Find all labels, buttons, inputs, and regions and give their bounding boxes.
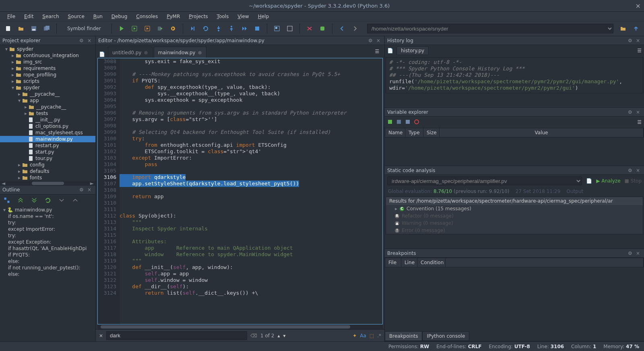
sca-file-icon[interactable]: 📄 [586,178,592,184]
tree-folder[interactable]: ▸img_src [0,59,95,65]
tree-folder[interactable]: ▸defaults [0,168,95,174]
clear-find-icon[interactable]: ⌫ [250,333,257,339]
outline-item[interactable]: try: [2,232,94,239]
outline-expand2-icon[interactable] [72,197,79,204]
menu-view[interactable]: View [234,13,252,20]
find-prev-icon[interactable]: ▴ [278,333,280,339]
forward-icon[interactable] [349,23,361,34]
outline-refresh-icon[interactable] [44,197,52,204]
breakpoints-table[interactable]: File Line Condition [385,258,644,267]
stop-button[interactable]: ■ Stop [625,178,642,184]
tree-folder[interactable]: ▸__pycache__ [0,91,95,97]
panel-close-icon[interactable]: × [636,168,642,173]
tab-menu-icon[interactable]: 📄 [98,51,105,58]
maximize-pane-icon[interactable] [271,23,283,34]
new-file-icon[interactable] [2,23,14,34]
menu-debug[interactable]: Debug [108,13,130,20]
menu-search[interactable]: Search [39,13,62,20]
run-icon[interactable] [116,23,127,34]
project-hscroll[interactable]: ◄► [0,181,95,186]
outline-expand-icon[interactable] [17,197,24,204]
tab-breakpoints[interactable]: Breakpoints [385,331,422,341]
tree-folder[interactable]: ▸fonts [0,174,95,181]
menu-tools[interactable]: Tools [214,13,232,20]
outline-goto-icon[interactable] [3,197,10,204]
tree-folder[interactable]: ▸scripts [0,78,95,84]
outline-item[interactable]: else: [2,271,94,277]
panel-close-icon[interactable]: × [636,109,642,115]
close-icon[interactable]: × [636,2,641,10]
editor-hscroll[interactable] [97,324,383,329]
outline-item[interactable]: else: [2,258,94,265]
tree-file[interactable]: __init__.py [0,117,95,123]
parent-dir-icon[interactable] [630,23,642,34]
varexp-options-icon[interactable]: ☰ [637,119,642,125]
pythonpath-icon[interactable] [317,23,328,34]
run-cell-icon[interactable] [129,23,140,34]
sca-file-dropdown[interactable]: irdware-api/ciermag_spec/peripheral/ampl… [387,177,582,185]
history-view[interactable]: # -*- coding: utf-8 -*-# *** Spyder Pyth… [386,57,643,93]
panel-options-icon[interactable]: ⚙ [79,38,85,43]
close-find-icon[interactable]: × [99,333,103,339]
menu-run[interactable]: Run [90,13,106,20]
panel-options-icon[interactable]: ⚙ [628,250,634,256]
browse-dir-icon[interactable] [617,23,629,34]
variable-table[interactable]: Name Type Size Value [385,128,644,158]
tree-folder[interactable]: ▾spyder [0,46,95,52]
outline-collapse-icon[interactable] [31,197,38,204]
debug-icon[interactable] [187,23,198,34]
panel-options-icon[interactable]: ⚙ [628,168,634,173]
find-next-icon[interactable]: ▾ [283,333,286,339]
panel-options-icon[interactable]: ⚙ [368,38,374,43]
tree-folder[interactable]: ▸tests [0,110,95,117]
symbol-finder-button[interactable]: Symbol finder [61,26,107,31]
history-tab[interactable]: history.py [396,46,429,55]
run-debug-icon[interactable] [167,23,179,34]
menu-help[interactable]: Help [255,13,272,20]
outline-file[interactable]: ▾ 🐍 mainwindow.py [2,207,94,213]
outline-item[interactable]: if os.name == 'nt': [2,213,94,220]
panel-close-icon[interactable]: × [87,38,93,43]
tree-file[interactable]: restart.py [0,142,95,149]
menu-source[interactable]: Source [65,13,88,20]
tree-folder[interactable]: ▸requirements [0,65,95,72]
sca-results[interactable]: Results for /home/pizetta/workspace/spec… [386,197,643,234]
outline-item[interactable]: if not running_under_pytest(): [2,265,94,271]
menu-pymr[interactable]: PyMR [163,13,183,20]
tree-folder[interactable]: ▾app [0,97,95,104]
back-icon[interactable] [336,23,348,34]
tree-file[interactable]: mac_stylesheet.qss [0,129,95,136]
tree-folder[interactable]: ▸continuous_integration [0,52,95,59]
editor-tab-untitled[interactable]: untitled0.py ⊗ [108,47,153,58]
tree-file[interactable]: cli_options.py [0,123,95,129]
panel-options-icon[interactable]: ⚙ [628,109,634,115]
tree-folder[interactable]: ▸rope_profiling [0,72,95,78]
open-file-icon[interactable] [15,23,27,34]
run-cell-next-icon[interactable] [142,23,153,34]
menu-projects[interactable]: Projects [186,13,211,20]
import-data-icon[interactable] [387,119,393,126]
menu-file[interactable]: File [4,13,19,20]
panel-close-icon[interactable]: × [376,38,382,43]
panel-options-icon[interactable]: ⚙ [628,38,634,43]
refresh-vars-icon[interactable] [414,119,419,126]
outline-item[interactable]: if PYQT5: [2,252,94,258]
project-tree[interactable]: ▾spyder▸continuous_integration▸img_src▸r… [0,45,95,181]
debug-stop-icon[interactable] [252,23,263,34]
panel-close-icon[interactable]: × [636,38,642,43]
outline-item[interactable]: if hasattr(Qt, 'AA_EnableHighDpi [2,245,94,252]
outline-collapse2-icon[interactable] [58,197,65,204]
editor-tab-mainwindow[interactable]: mainwindow.py ⊗ [154,47,206,58]
sca-message[interactable]: ▸ C Convention (15 messages) [386,205,643,212]
outline-list[interactable]: ▾ 🐍 mainwindow.py if os.name == 'nt':try… [0,206,95,342]
analyze-button[interactable]: ▶ Analyze [596,178,620,184]
tab-ipython[interactable]: IPython console [422,331,469,341]
tree-folder[interactable]: ▸config [0,162,95,168]
tab-close-icon[interactable]: ⊗ [198,50,202,55]
outline-item[interactable]: except ImportError: [2,226,94,232]
find-regex-icon[interactable]: .* [377,333,381,339]
save-data-as-icon[interactable] [405,119,411,126]
sca-message[interactable]: ▲ Warning (0 message) [386,220,643,227]
run-selection-icon[interactable] [155,23,166,34]
find-case-icon[interactable]: Aa [360,333,366,339]
